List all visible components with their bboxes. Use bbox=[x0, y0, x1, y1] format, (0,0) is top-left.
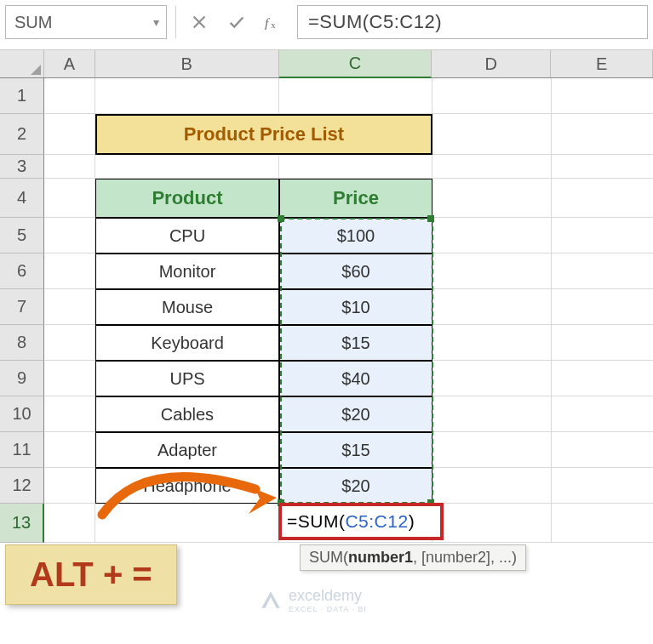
cell[interactable] bbox=[44, 218, 95, 254]
column-header-b[interactable]: B bbox=[95, 50, 279, 77]
table-row[interactable]: Mouse bbox=[95, 289, 279, 325]
cell[interactable] bbox=[552, 325, 653, 361]
cell[interactable] bbox=[44, 325, 95, 361]
cell[interactable] bbox=[552, 361, 653, 396]
cell[interactable] bbox=[552, 114, 653, 155]
selection-handle[interactable] bbox=[427, 215, 434, 222]
row-header-2[interactable]: 2 bbox=[0, 114, 44, 155]
cells-area: Product Price List Product Price CPU$100… bbox=[44, 78, 653, 543]
table-row[interactable]: Monitor bbox=[95, 254, 279, 289]
svg-text:f: f bbox=[265, 15, 271, 30]
table-row[interactable]: $20 bbox=[279, 396, 432, 432]
cell[interactable] bbox=[44, 254, 95, 289]
row-header-8[interactable]: 8 bbox=[0, 325, 44, 361]
select-all-corner[interactable] bbox=[0, 50, 44, 77]
cell[interactable] bbox=[552, 179, 653, 218]
watermark: exceldemy EXCEL · DATA · BI bbox=[260, 587, 367, 613]
table-row[interactable]: $15 bbox=[279, 325, 432, 361]
cell[interactable] bbox=[95, 504, 279, 543]
cell[interactable] bbox=[44, 179, 95, 218]
cell[interactable] bbox=[552, 468, 653, 504]
cell[interactable] bbox=[552, 254, 653, 289]
cell[interactable] bbox=[432, 114, 552, 155]
table-row[interactable]: $40 bbox=[279, 361, 432, 396]
cell[interactable] bbox=[44, 396, 95, 432]
cell[interactable] bbox=[44, 504, 95, 543]
cell[interactable] bbox=[552, 396, 653, 432]
cell[interactable] bbox=[552, 289, 653, 325]
cell[interactable] bbox=[44, 432, 95, 468]
row-header-10[interactable]: 10 bbox=[0, 396, 44, 432]
table-row[interactable]: $60 bbox=[279, 254, 432, 289]
cell[interactable] bbox=[279, 155, 432, 179]
cell[interactable] bbox=[552, 78, 653, 114]
title-cell[interactable]: Product Price List bbox=[95, 114, 432, 155]
cell[interactable] bbox=[432, 254, 552, 289]
cell[interactable] bbox=[432, 396, 552, 432]
cell[interactable] bbox=[432, 325, 552, 361]
table-row[interactable]: $10 bbox=[279, 289, 432, 325]
cell[interactable] bbox=[432, 432, 552, 468]
chevron-down-icon[interactable]: ▾ bbox=[153, 15, 159, 29]
cell[interactable] bbox=[432, 468, 552, 504]
row-header-3[interactable]: 3 bbox=[0, 155, 44, 179]
cell[interactable] bbox=[432, 155, 552, 179]
svg-text:x: x bbox=[271, 20, 276, 30]
table-row[interactable]: $20 bbox=[279, 468, 432, 504]
cell[interactable] bbox=[432, 179, 552, 218]
column-header-c[interactable]: C bbox=[279, 50, 432, 78]
cell[interactable] bbox=[432, 78, 552, 114]
row-header-13[interactable]: 13 bbox=[0, 504, 44, 543]
row-header-7[interactable]: 7 bbox=[0, 289, 44, 325]
table-row[interactable]: CPU bbox=[95, 218, 279, 254]
row-header-9[interactable]: 9 bbox=[0, 361, 44, 396]
cell[interactable] bbox=[432, 504, 552, 543]
formula-input[interactable]: =SUM(C5:C12) bbox=[297, 5, 648, 39]
column-header-a[interactable]: A bbox=[44, 50, 95, 77]
cell[interactable] bbox=[44, 361, 95, 396]
formula-bar: SUM ▾ f x =SUM(C5:C12) bbox=[0, 0, 653, 49]
table-row[interactable]: UPS bbox=[95, 361, 279, 396]
table-header-product[interactable]: Product bbox=[95, 179, 279, 218]
row-header-4[interactable]: 4 bbox=[0, 179, 44, 218]
name-box[interactable]: SUM ▾ bbox=[5, 5, 167, 39]
cancel-icon[interactable] bbox=[185, 8, 214, 37]
table-row[interactable]: $100 bbox=[279, 218, 432, 254]
formula-text: =SUM(C5:C12) bbox=[308, 11, 442, 33]
cell[interactable] bbox=[279, 78, 432, 114]
cell[interactable] bbox=[432, 289, 552, 325]
column-header-d[interactable]: D bbox=[432, 50, 551, 77]
row-headers: 1 2 3 4 5 6 7 8 9 10 11 12 13 bbox=[0, 78, 44, 543]
cell[interactable] bbox=[552, 155, 653, 179]
column-headers: A B C D E bbox=[0, 49, 653, 78]
cell[interactable] bbox=[44, 155, 95, 179]
table-row[interactable]: $15 bbox=[279, 432, 432, 468]
cell[interactable] bbox=[44, 289, 95, 325]
row-header-5[interactable]: 5 bbox=[0, 218, 44, 254]
table-row[interactable]: Cables bbox=[95, 396, 279, 432]
active-cell-edit[interactable]: = SUM ( C5:C12 ) bbox=[278, 503, 444, 540]
enter-check-icon[interactable] bbox=[222, 8, 251, 37]
cell[interactable] bbox=[44, 468, 95, 504]
cell[interactable] bbox=[552, 432, 653, 468]
cell[interactable] bbox=[432, 361, 552, 396]
cell[interactable] bbox=[432, 218, 552, 254]
row-header-12[interactable]: 12 bbox=[0, 468, 44, 504]
cell[interactable] bbox=[95, 78, 279, 114]
cell[interactable] bbox=[552, 504, 653, 543]
table-header-price[interactable]: Price bbox=[279, 179, 432, 218]
row-header-1[interactable]: 1 bbox=[0, 78, 44, 114]
table-row[interactable]: Keyboard bbox=[95, 325, 279, 361]
fx-icon[interactable]: f x bbox=[260, 8, 289, 37]
column-header-e[interactable]: E bbox=[551, 50, 653, 77]
table-row[interactable]: Adapter bbox=[95, 432, 279, 468]
table-row[interactable]: Headphone bbox=[95, 468, 279, 504]
logo-icon bbox=[260, 590, 282, 612]
row-header-6[interactable]: 6 bbox=[0, 254, 44, 289]
cell[interactable] bbox=[44, 114, 95, 155]
cell[interactable] bbox=[552, 218, 653, 254]
cell[interactable] bbox=[95, 155, 279, 179]
row-header-11[interactable]: 11 bbox=[0, 432, 44, 468]
selection-handle[interactable] bbox=[278, 215, 284, 222]
cell[interactable] bbox=[44, 78, 95, 114]
